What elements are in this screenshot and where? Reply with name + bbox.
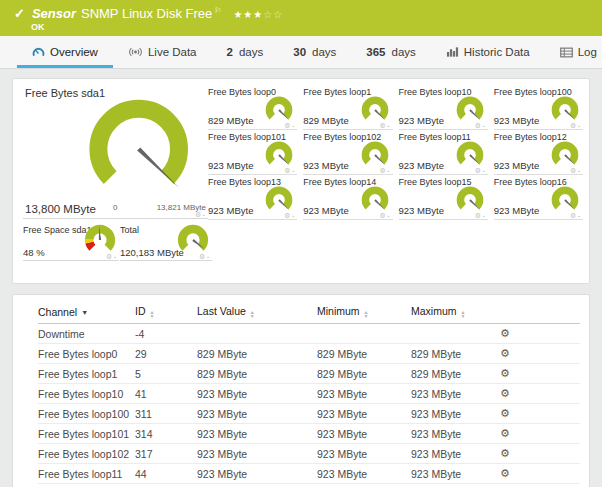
gauge-settings-icon[interactable]: ⚙ bbox=[195, 211, 203, 218]
gauge-pin-icon[interactable]: ▪ bbox=[203, 212, 207, 218]
cell-maximum: 923 MByte bbox=[405, 384, 500, 404]
channel-settings-icon[interactable]: ⚙ bbox=[500, 427, 510, 439]
channel-settings-icon[interactable]: ⚙ bbox=[500, 447, 510, 459]
sort-icon: ▲▼ bbox=[461, 310, 466, 318]
gauge-pin-icon[interactable]: ▪ bbox=[207, 254, 211, 260]
tab-label: Overview bbox=[50, 46, 98, 58]
gauge-pin-icon[interactable]: ▪ bbox=[388, 123, 392, 129]
channel-settings-icon[interactable]: ⚙ bbox=[500, 387, 510, 399]
gauge-tile-loop13[interactable]: Free Bytes loop13 923 MByte ⚙▪ bbox=[208, 175, 297, 220]
gauge-pin-icon[interactable]: ▪ bbox=[483, 168, 487, 174]
gauge-settings-icon[interactable]: ⚙ bbox=[570, 167, 578, 174]
col-label: ID bbox=[135, 305, 146, 317]
gauge-pin-icon[interactable]: ▪ bbox=[114, 254, 118, 260]
cell-channel: Free Bytes loop101 bbox=[38, 424, 135, 444]
channel-settings-icon[interactable]: ⚙ bbox=[500, 467, 510, 479]
gauge-pin-icon[interactable]: ▪ bbox=[292, 213, 296, 219]
cell-id: 29 bbox=[135, 344, 191, 364]
gauge-settings-icon[interactable]: ⚙ bbox=[475, 167, 483, 174]
channel-gauge bbox=[360, 95, 390, 125]
gauge-pin-icon[interactable]: ▪ bbox=[483, 213, 487, 219]
gauge-tile-main[interactable]: Free Bytes sda1 13,800 MByte 0 13,821 MB… bbox=[23, 85, 208, 219]
sensor-title-line: ✓ Sensor SNMP Linux Disk Free ⚐ ★★★☆☆ bbox=[14, 6, 283, 21]
table-row-loop10[interactable]: Free Bytes loop10 41 923 MByte 923 MByte… bbox=[38, 384, 580, 404]
gauge-tile-loop102[interactable]: Free Bytes loop102 923 MByte ⚙▪ bbox=[303, 130, 392, 175]
gauge-settings-icon[interactable]: ⚙ bbox=[199, 253, 207, 260]
table-row-loop102[interactable]: Free Bytes loop102 317 923 MByte 923 MBy… bbox=[38, 444, 580, 464]
table-row-loop101[interactable]: Free Bytes loop101 314 923 MByte 923 MBy… bbox=[38, 424, 580, 444]
col-minimum[interactable]: Minimum▲▼ bbox=[311, 299, 405, 324]
gauge-settings-icon[interactable]: ⚙ bbox=[475, 212, 483, 219]
cell-last-value: 923 MByte bbox=[191, 424, 311, 444]
gauge-pin-icon[interactable]: ▪ bbox=[578, 123, 582, 129]
gauge-label: Free Space sda1 bbox=[23, 225, 92, 235]
tab-historic-data[interactable]: Historic Data bbox=[431, 36, 545, 68]
col-maximum[interactable]: Maximum▲▼ bbox=[405, 299, 500, 324]
gauge-pin-icon[interactable]: ▪ bbox=[578, 213, 582, 219]
gauge-tile-loop10[interactable]: Free Bytes loop10 923 MByte ⚙▪ bbox=[399, 85, 488, 130]
gauge-value: 923 MByte bbox=[399, 160, 444, 171]
gauge-pin-icon[interactable]: ▪ bbox=[388, 168, 392, 174]
tab-365-days[interactable]: 365 days bbox=[351, 36, 430, 68]
channel-settings-icon[interactable]: ⚙ bbox=[500, 367, 510, 379]
table-row-loop12[interactable]: Free Bytes loop12 47 923 MByte 923 MByte… bbox=[38, 484, 580, 487]
gauge-pin-icon[interactable]: ▪ bbox=[483, 123, 487, 129]
gauge-pin-icon[interactable]: ▪ bbox=[578, 168, 582, 174]
gauge-settings-icon[interactable]: ⚙ bbox=[379, 122, 387, 129]
cell-minimum: 923 MByte bbox=[311, 384, 405, 404]
table-row-loop11[interactable]: Free Bytes loop11 44 923 MByte 923 MByte… bbox=[38, 464, 580, 484]
gauge-tile-loop16[interactable]: Free Bytes loop16 923 MByte ⚙▪ bbox=[494, 175, 583, 220]
gauge-value: 923 MByte bbox=[399, 115, 444, 126]
tab-2-days[interactable]: 2 days bbox=[212, 36, 279, 68]
gauge-value: 923 MByte bbox=[303, 160, 348, 171]
gauge-tile-loop15[interactable]: Free Bytes loop15 923 MByte ⚙▪ bbox=[399, 175, 488, 220]
gauge-tile-loop11[interactable]: Free Bytes loop11 923 MByte ⚙▪ bbox=[399, 130, 488, 175]
priority-stars[interactable]: ★★★☆☆ bbox=[233, 9, 283, 20]
gauge-tile-loop12[interactable]: Free Bytes loop12 923 MByte ⚙▪ bbox=[494, 130, 583, 175]
star-empty-icon[interactable]: ☆☆ bbox=[263, 9, 283, 20]
gauge-pin-icon[interactable]: ▪ bbox=[292, 168, 296, 174]
channel-settings-icon[interactable]: ⚙ bbox=[500, 327, 510, 339]
cell-maximum: 923 MByte bbox=[405, 424, 500, 444]
cell-channel: Free Bytes loop0 bbox=[38, 344, 135, 364]
gauge-tile-loop101[interactable]: Free Bytes loop101 923 MByte ⚙▪ bbox=[208, 130, 297, 175]
col-channel[interactable]: Channel▼ bbox=[38, 299, 135, 324]
gauge-tile-loop1[interactable]: Free Bytes loop1 829 MByte ⚙▪ bbox=[303, 85, 392, 130]
gauge-tile-loop0[interactable]: Free Bytes loop0 829 MByte ⚙▪ bbox=[208, 85, 297, 130]
tab-30-days[interactable]: 30 days bbox=[278, 36, 351, 68]
gauge-actions: ⚙▪ bbox=[195, 211, 207, 218]
channel-settings-icon[interactable]: ⚙ bbox=[500, 347, 510, 359]
free-space-gauge bbox=[83, 223, 117, 257]
gauge-value: 923 MByte bbox=[208, 205, 253, 216]
gauge-settings-icon[interactable]: ⚙ bbox=[475, 122, 483, 129]
gauge-settings-icon[interactable]: ⚙ bbox=[570, 122, 578, 129]
gauge-tile-total[interactable]: Total 120,183 MByte ⚙▪ bbox=[120, 225, 212, 261]
gauge-settings-icon[interactable]: ⚙ bbox=[379, 212, 387, 219]
channel-settings-icon[interactable]: ⚙ bbox=[500, 407, 510, 419]
table-row-loop100[interactable]: Free Bytes loop100 311 923 MByte 923 MBy… bbox=[38, 404, 580, 424]
tab-log[interactable]: Log bbox=[545, 36, 602, 68]
gauge-settings-icon[interactable]: ⚙ bbox=[379, 167, 387, 174]
gauge-pin-icon[interactable]: ▪ bbox=[292, 123, 296, 129]
tab-label-number: 2 bbox=[227, 46, 233, 58]
gauge-settings-icon[interactable]: ⚙ bbox=[570, 212, 578, 219]
col-last-value[interactable]: Last Value▲▼ bbox=[191, 299, 311, 324]
table-row-downtime[interactable]: Downtime -4 ⚙ bbox=[38, 324, 580, 344]
gauge-tile-loop100[interactable]: Free Bytes loop100 923 MByte ⚙▪ bbox=[494, 85, 583, 130]
gauge-settings-icon[interactable]: ⚙ bbox=[106, 253, 114, 260]
tab-live-data[interactable]: Live Data bbox=[113, 36, 212, 68]
cell-id: -4 bbox=[135, 324, 191, 344]
gauge-pin-icon[interactable]: ▪ bbox=[388, 213, 392, 219]
table-row-loop0[interactable]: Free Bytes loop0 29 829 MByte 829 MByte … bbox=[38, 344, 580, 364]
channel-gauges-grid: Free Bytes loop0 829 MByte ⚙▪ Free Bytes… bbox=[208, 85, 583, 220]
table-row-loop1[interactable]: Free Bytes loop1 5 829 MByte 829 MByte 8… bbox=[38, 364, 580, 384]
gauge-tile-free-space[interactable]: Free Space sda1 48 % ⚙▪ bbox=[23, 225, 119, 261]
star-filled-icon[interactable]: ★★★ bbox=[233, 9, 263, 20]
flag-icon[interactable]: ⚐ bbox=[214, 6, 221, 15]
sort-icon: ▲▼ bbox=[150, 310, 155, 318]
gauge-tile-loop14[interactable]: Free Bytes loop14 923 MByte ⚙▪ bbox=[303, 175, 392, 220]
tab-overview[interactable]: Overview bbox=[17, 36, 113, 68]
col-id[interactable]: ID▲▼ bbox=[135, 299, 191, 324]
col-label: Minimum bbox=[317, 305, 360, 317]
gauge-actions: ⚙▪ bbox=[199, 253, 211, 260]
